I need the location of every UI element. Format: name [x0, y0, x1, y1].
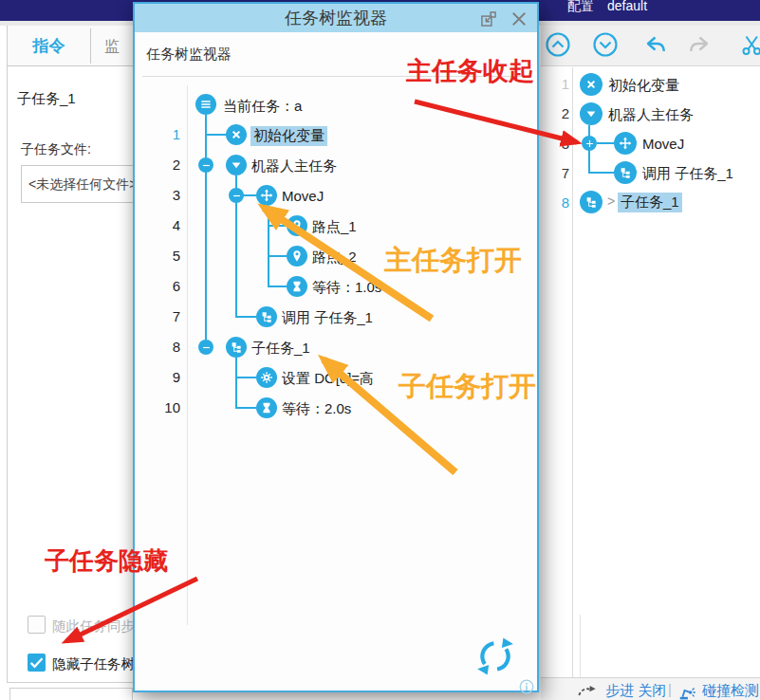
status-separator: |: [668, 681, 672, 697]
dialog-gutter-line: [187, 85, 188, 625]
row-number: 4: [152, 217, 180, 233]
row-number: 2: [547, 105, 569, 121]
triangle-down-icon[interactable]: [226, 155, 247, 175]
tree-row[interactable]: 子任务_1: [618, 193, 682, 212]
right-bottom-divider: [580, 615, 581, 677]
tree-row[interactable]: 等待：2.0s: [282, 400, 351, 418]
tree-row[interactable]: 子任务_1: [251, 340, 310, 358]
subtree-icon[interactable]: [580, 191, 602, 213]
right-tree-gutter-line: [572, 67, 573, 677]
tree-root-row[interactable]: 当前任务：a: [223, 98, 302, 116]
tree-row[interactable]: 初始化变量: [250, 126, 327, 146]
task-tree-monitor-dialog: 任务树监视器 任务树监视器 当前任务：a 1 初始化变量: [133, 2, 539, 692]
row-number: 6: [152, 278, 180, 294]
tree-row[interactable]: 路点_1: [312, 218, 357, 236]
tree-row[interactable]: 路点_2: [312, 249, 357, 267]
tab-instruction[interactable]: 指令: [8, 26, 90, 66]
row-number: 5: [152, 248, 180, 264]
tree-row[interactable]: 等待：1.0s: [312, 279, 381, 297]
connector: [235, 358, 237, 408]
close-icon[interactable]: [510, 9, 528, 28]
annotation-sub-hidden: 子任务隐藏: [45, 544, 168, 578]
scissors-icon[interactable]: [739, 31, 760, 58]
collapse-minus-icon[interactable]: [198, 157, 213, 173]
connector: [268, 255, 287, 257]
waypoint-pin-icon[interactable]: [287, 215, 307, 236]
sync-checkbox[interactable]: [28, 616, 46, 634]
hourglass-icon[interactable]: [256, 397, 277, 418]
tree-row[interactable]: MoveJ: [282, 188, 324, 204]
hide-subtask-checkbox[interactable]: [28, 654, 46, 672]
tree-row[interactable]: 机器人主任务: [251, 157, 337, 175]
gear-icon[interactable]: [256, 367, 277, 388]
expand-plus-icon[interactable]: [582, 136, 597, 151]
left-panel-border: [7, 26, 8, 682]
collision-status-label[interactable]: 碰撞检测: [702, 682, 759, 700]
annotation-main-open: 主任务打开: [384, 242, 522, 280]
sync-checkbox-label: 随此任务同步: [52, 617, 135, 636]
connector: [235, 377, 256, 378]
step-icon[interactable]: [577, 682, 598, 698]
subtree-icon[interactable]: [614, 161, 637, 184]
waypoint-pin-icon[interactable]: [287, 246, 307, 267]
row-number: 1: [152, 126, 180, 142]
connector: [205, 115, 207, 347]
tree-row[interactable]: 调用 子任务_1: [642, 165, 733, 183]
collapse-all-icon[interactable]: [545, 31, 571, 58]
collapse-minus-icon[interactable]: [229, 188, 244, 203]
connector: [268, 225, 287, 227]
row-number: 3: [152, 187, 180, 203]
hide-subtask-checkbox-label: 隐藏子任务树: [52, 655, 135, 673]
tree-row[interactable]: 机器人主任务: [608, 106, 694, 124]
connector: [588, 172, 614, 174]
subtree-icon[interactable]: [226, 337, 247, 358]
row-number: 8: [547, 194, 569, 211]
info-icon[interactable]: [519, 679, 534, 694]
config-label: 配置: [567, 0, 594, 15]
connector: [597, 142, 614, 144]
check-icon: [28, 654, 46, 672]
tree-row[interactable]: 初始化变量: [608, 77, 679, 95]
tree-row[interactable]: 调用 子任务_1: [282, 309, 373, 327]
row-number: 2: [152, 157, 180, 173]
left-bottom-divider: [7, 682, 133, 683]
row-number: 8: [152, 339, 180, 355]
tree-row[interactable]: MoveJ: [642, 136, 684, 152]
subtree-icon[interactable]: [256, 306, 277, 327]
row-number: 3: [547, 136, 569, 152]
annotation-sub-open: 子任务打开: [399, 368, 536, 406]
collapse-minus-icon[interactable]: [198, 340, 213, 355]
refresh-icon[interactable]: [475, 636, 515, 676]
subtask-file-label: 子任务文件:: [21, 141, 91, 158]
collision-icon[interactable]: [676, 681, 698, 700]
expand-all-icon[interactable]: [592, 31, 619, 58]
menu-icon[interactable]: [195, 94, 216, 115]
left-bottom-box: [9, 688, 133, 700]
redo-icon[interactable]: [687, 31, 714, 58]
row-number: 1: [547, 76, 569, 92]
step-status-label[interactable]: 步进 关闭: [605, 682, 666, 700]
hourglass-icon[interactable]: [287, 276, 307, 297]
annotation-main-collapsed: 主任务收起: [406, 54, 534, 88]
move-icon[interactable]: [614, 132, 637, 155]
connector: [268, 286, 287, 287]
connector: [235, 316, 256, 318]
row-number: 10: [152, 399, 180, 415]
restore-icon[interactable]: [479, 9, 498, 28]
connector: [235, 407, 256, 409]
tab-monitor[interactable]: 监: [91, 26, 133, 66]
tree-row[interactable]: 设置 DO[0]=高: [282, 370, 374, 388]
x-icon[interactable]: [580, 73, 602, 96]
triangle-down-icon[interactable]: [580, 102, 602, 125]
subtask-file-value[interactable]: <未选择任何文件>: [21, 165, 144, 203]
connector: [242, 194, 256, 196]
dialog-title: 任务树监视器: [135, 4, 537, 32]
row-number: 7: [152, 308, 180, 324]
x-icon[interactable]: [226, 124, 247, 145]
chevron-right-icon: >: [607, 193, 615, 209]
dialog-subtitle: 任务树监视器: [146, 46, 232, 64]
move-icon[interactable]: [256, 185, 277, 206]
undo-icon[interactable]: [641, 31, 668, 58]
config-value: default: [607, 0, 647, 13]
subtask-name-label: 子任务_1: [17, 90, 76, 108]
